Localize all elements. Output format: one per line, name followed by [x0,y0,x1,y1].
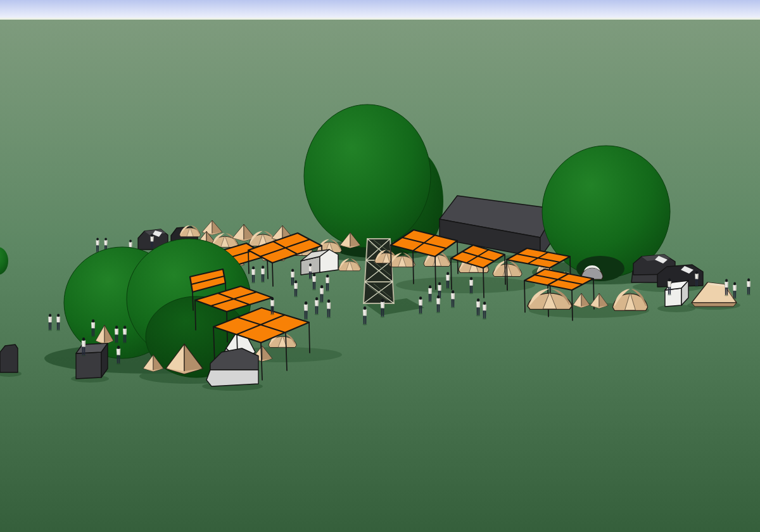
car-body [206,370,258,386]
tree-center [304,104,431,248]
far-left-van [0,345,18,372]
campsite-3d-render [0,0,760,532]
render-viewport [0,0,760,532]
crate-stack [76,343,108,379]
white-box-front [665,288,681,307]
van-body [0,345,18,372]
pyramid-skirt [692,303,737,307]
sky [0,0,760,20]
ground-shadow [396,277,535,293]
crate-front [76,352,101,379]
